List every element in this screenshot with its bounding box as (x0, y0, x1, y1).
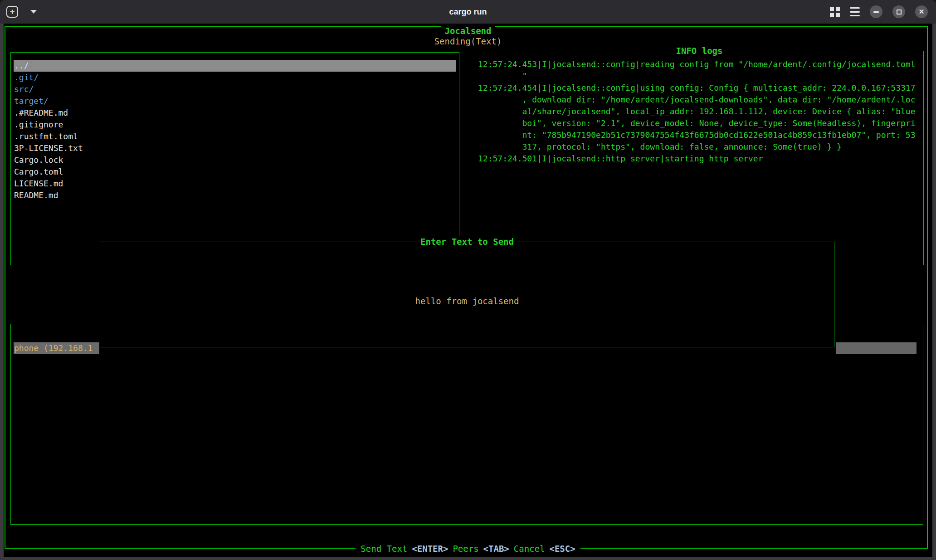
modal-title: Enter Text to Send (416, 236, 518, 248)
window-body: Jocalsend Sending(Text) ../ .git/ src/ t… (0, 24, 936, 560)
maximize-icon (897, 10, 902, 15)
file-item[interactable]: src/ (14, 83, 456, 95)
keyhint-cancel-key: <ESC> (549, 544, 575, 554)
file-item[interactable]: .git/ (14, 72, 456, 83)
file-item[interactable]: 3P-LICENSE.txt (14, 142, 456, 154)
close-button[interactable]: ✕ (915, 5, 928, 18)
keyhint-cancel-label: Cancel (514, 544, 545, 554)
file-item[interactable]: Cargo.lock (14, 154, 456, 166)
keyhint-send-label: Send Text (361, 544, 407, 554)
file-item[interactable]: README.md (14, 190, 456, 201)
text-send-modal: Enter Text to Send hello from jocalsend (100, 242, 834, 347)
split-view-button[interactable] (830, 7, 840, 17)
titlebar: + cargo run ✕ (0, 0, 936, 24)
file-item[interactable]: .gitignore (14, 119, 456, 131)
text-input[interactable]: hello from jocalsend (100, 295, 834, 307)
log-line: al/share/jocalsend", local_ip_addr: 192.… (478, 106, 923, 117)
peers-panel: phone (192.168.1 (10, 324, 923, 525)
file-item[interactable]: target/ (14, 95, 456, 107)
menu-button[interactable] (850, 7, 860, 17)
keyhint-send-key: <ENTER> (412, 544, 448, 554)
keybar: Send Text<ENTER>Peers<TAB>Cancel<ESC> (4, 543, 932, 555)
log-line: " (478, 70, 923, 82)
hamburger-icon (850, 7, 860, 17)
keyhint-peers-label: Peers (453, 544, 478, 554)
log-line: nt: "785b947190e2b51c7379047554f43f6675d… (478, 129, 923, 141)
file-item[interactable]: ../ (14, 60, 456, 72)
file-panel: ../ .git/ src/ target/ .#README.md .giti… (10, 52, 459, 265)
app-status: Sending(Text) (4, 35, 932, 47)
file-list: ../ .git/ src/ target/ .#README.md .giti… (11, 53, 459, 201)
file-item[interactable]: Cargo.toml (14, 166, 456, 178)
log-line: 12:57:24.454|I|jocalsend::config|using c… (478, 82, 923, 94)
log-line: , download_dir: "/home/ardent/jocalsend-… (478, 94, 923, 106)
minimize-button[interactable] (870, 5, 882, 18)
file-item[interactable]: LICENSE.md (14, 178, 456, 190)
log-line: 12:57:24.501|I|jocalsend::http_server|st… (478, 153, 923, 165)
log-line: boi", version: "2.1", device_model: None… (478, 117, 923, 129)
window-title: cargo run (0, 7, 936, 17)
window: + cargo run ✕ (0, 0, 936, 560)
close-icon: ✕ (919, 8, 925, 16)
logs-panel: INFO logs 12:57:24.453|I|jocalsend::conf… (475, 51, 924, 265)
terminal-screen[interactable]: Jocalsend Sending(Text) ../ .git/ src/ t… (4, 24, 932, 557)
grid-icon (830, 7, 840, 17)
log-line: 317, protocol: "https", download: false,… (478, 141, 923, 153)
peer-item-selected-highlight (836, 342, 916, 354)
maximize-button[interactable] (892, 5, 905, 18)
log-lines: 12:57:24.453|I|jocalsend::config|reading… (475, 51, 923, 165)
minimize-icon (873, 11, 879, 13)
peer-item-selected[interactable]: phone (192.168.1 (14, 342, 99, 354)
logs-panel-title: INFO logs (672, 45, 727, 57)
app-title: Jocalsend (441, 26, 496, 36)
log-line: 12:57:24.453|I|jocalsend::config|reading… (478, 58, 923, 70)
file-item[interactable]: .#README.md (14, 107, 456, 119)
keyhint-peers-key: <TAB> (483, 544, 509, 554)
file-item[interactable]: .rustfmt.toml (14, 131, 456, 142)
